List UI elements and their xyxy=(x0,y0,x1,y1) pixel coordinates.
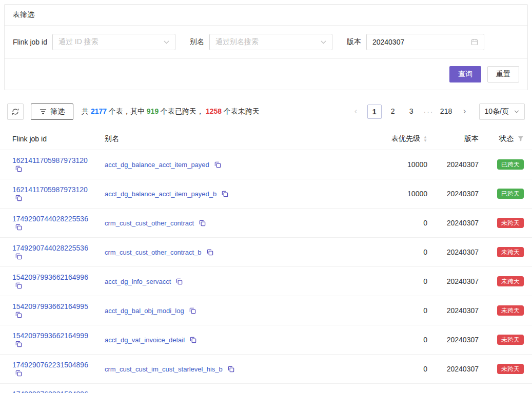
refresh-button[interactable] xyxy=(7,104,24,120)
flink-job-id-cell: 1749290744028225536 xyxy=(0,209,101,238)
copy-icon[interactable] xyxy=(207,249,213,256)
filter-form-row: Flink job id 通过 ID 搜索 别名 通过别名搜索 xyxy=(5,26,527,59)
flink-job-id-link[interactable]: 1621411705987973120 xyxy=(12,156,88,164)
flink-job-id-select[interactable]: 通过 ID 搜索 xyxy=(52,34,175,50)
copy-icon[interactable] xyxy=(15,224,22,231)
flink-job-id-cell: 1621411705987973120 xyxy=(0,150,101,179)
alias-label: 别名 xyxy=(190,37,204,47)
version-field: 版本 20240307 xyxy=(347,34,484,50)
filter-toggle-label: 筛选 xyxy=(50,107,65,116)
tables-table: Flink job id 别名 表优先级 ▲▼ 版本 状态 xyxy=(0,128,532,393)
table-row: 1621411705987973120 acct_dg_balance_acct… xyxy=(0,179,532,209)
filter-toggle-button[interactable]: 筛选 xyxy=(31,104,73,120)
version-cell: 20240307 xyxy=(431,179,483,209)
copy-icon[interactable] xyxy=(190,337,196,343)
status-badge: 未跨天 xyxy=(497,218,524,228)
version-date-input[interactable]: 20240307 xyxy=(366,34,484,50)
alias-field: 别名 通过别名搜索 xyxy=(190,34,332,50)
priority-cell: 0 xyxy=(360,355,431,384)
copy-icon[interactable] xyxy=(176,278,183,285)
copy-icon[interactable] xyxy=(15,166,22,172)
copy-icon[interactable] xyxy=(228,366,234,373)
page-button-3[interactable]: 3 xyxy=(404,105,419,119)
summary-text: 共 2177 个表，其中 919 个表已跨天， 1258 个表未跨天 xyxy=(82,107,260,116)
copy-icon[interactable] xyxy=(15,253,22,260)
pagination-top: ‹ 1 2 3 ··· 218 › 10条/页 xyxy=(349,104,525,120)
alias-link[interactable]: acct_dg_balance_acct_item_payed xyxy=(105,161,209,169)
priority-cell: 0 xyxy=(360,325,431,355)
copy-icon[interactable] xyxy=(199,220,206,226)
flink-job-id-cell: 1749290762231504896 xyxy=(0,384,101,393)
filter-funnel-icon[interactable] xyxy=(518,136,524,142)
flink-job-id-link[interactable]: 1749290744028225536 xyxy=(12,215,88,223)
status-badge: 已跨天 xyxy=(497,189,524,199)
header-priority-label: 表优先级 xyxy=(391,134,420,143)
flink-job-id-link[interactable]: 1542097993662164995 xyxy=(12,302,88,311)
flink-job-id-field: Flink job id 通过 ID 搜索 xyxy=(13,34,175,50)
flink-job-id-cell: 1542097993662164999 xyxy=(0,325,101,355)
copy-icon[interactable] xyxy=(214,161,221,168)
alias-link[interactable]: acct_dg_balance_acct_item_payed_b xyxy=(105,190,216,198)
header-flink-job-id: Flink job id xyxy=(0,128,101,150)
alias-link[interactable]: crm_cust_cust_other_contract xyxy=(105,219,194,227)
alias-cell: acct_dg_balance_acct_item_payed xyxy=(101,150,360,179)
toolbar: 筛选 共 2177 个表，其中 919 个表已跨天， 1258 个表未跨天 ‹ … xyxy=(0,104,532,120)
copy-icon[interactable] xyxy=(15,312,22,318)
status-cell: 未跨天 xyxy=(483,238,532,267)
version-cell: 20240307 xyxy=(431,238,483,267)
flink-job-id-placeholder: 通过 ID 搜索 xyxy=(58,37,98,47)
next-page-button[interactable]: › xyxy=(458,105,472,119)
flink-job-id-link[interactable]: 1749290744028225536 xyxy=(12,244,88,252)
priority-cell: 10000 xyxy=(360,179,431,209)
version-cell: 20240307 xyxy=(431,325,483,355)
flink-job-id-link[interactable]: 1542097993662164999 xyxy=(12,332,88,340)
filter-actions-row: 查询 重置 xyxy=(5,59,527,90)
copy-icon[interactable] xyxy=(15,341,22,347)
copy-icon[interactable] xyxy=(15,370,22,377)
alias-cell: acct_dg_balance_acct_item_payed_b xyxy=(101,179,360,209)
status-badge: 未跨天 xyxy=(497,335,524,345)
header-priority[interactable]: 表优先级 ▲▼ xyxy=(360,128,431,150)
alias-link[interactable]: acct_dg_bal_obj_modi_log xyxy=(105,307,184,315)
priority-cell: 10000 xyxy=(360,150,431,179)
copy-icon[interactable] xyxy=(15,282,22,289)
table-row: 1749290744028225536 crm_cust_cust_other_… xyxy=(0,238,532,267)
prev-page-button[interactable]: ‹ xyxy=(349,105,363,119)
alias-link[interactable]: crm_cust_cust_other_contract_b xyxy=(105,249,202,256)
flink-job-id-cell: 1621411705987973120 xyxy=(0,179,101,209)
status-cell: 未跨天 xyxy=(483,325,532,355)
version-date-value: 20240307 xyxy=(372,38,404,46)
status-cell: 已跨天 xyxy=(483,179,532,209)
copy-icon[interactable] xyxy=(189,307,196,314)
table-row: 1749290762231504896 crm_cust_cust_im_cus… xyxy=(0,355,532,384)
flink-job-id-link[interactable]: 1749290762231504896 xyxy=(12,390,88,393)
reset-button[interactable]: 重置 xyxy=(487,66,519,82)
flink-job-id-link[interactable]: 1542097993662164996 xyxy=(12,273,88,281)
flink-job-id-link[interactable]: 1749290762231504896 xyxy=(12,361,88,369)
flink-job-id-link[interactable]: 1621411705987973120 xyxy=(12,185,88,194)
status-badge: 未跨天 xyxy=(497,364,524,374)
priority-cell: 0 xyxy=(360,267,431,296)
alias-cell: crm_cust_cust_im_cust_starlevel_his xyxy=(101,384,360,393)
page-size-value: 10条/页 xyxy=(485,107,509,116)
alias-link[interactable]: acct_dg_info_servacct xyxy=(105,278,171,285)
alias-select[interactable]: 通过别名搜索 xyxy=(209,34,332,50)
flink-job-id-label: Flink job id xyxy=(13,38,47,46)
page-ellipsis[interactable]: ··· xyxy=(423,108,435,116)
calendar-icon xyxy=(471,38,478,46)
search-button[interactable]: 查询 xyxy=(449,66,481,82)
alias-cell: acct_dg_bal_obj_modi_log xyxy=(101,296,360,325)
page-button-last[interactable]: 218 xyxy=(439,105,454,119)
page-size-select[interactable]: 10条/页 xyxy=(479,104,525,120)
alias-link[interactable]: acct_dg_vat_invoice_detail xyxy=(105,336,185,344)
header-alias: 别名 xyxy=(101,128,360,150)
copy-icon[interactable] xyxy=(15,195,22,201)
page-button-2[interactable]: 2 xyxy=(386,105,400,119)
summary-seg4: 个表未跨天 xyxy=(222,107,260,115)
page-button-1[interactable]: 1 xyxy=(367,105,382,119)
alias-link[interactable]: crm_cust_cust_im_cust_starlevel_his_b xyxy=(105,365,223,373)
flink-job-id-cell: 1542097993662164996 xyxy=(0,267,101,296)
sort-icon[interactable]: ▲▼ xyxy=(423,135,427,142)
version-label: 版本 xyxy=(347,37,361,47)
copy-icon[interactable] xyxy=(222,191,228,197)
